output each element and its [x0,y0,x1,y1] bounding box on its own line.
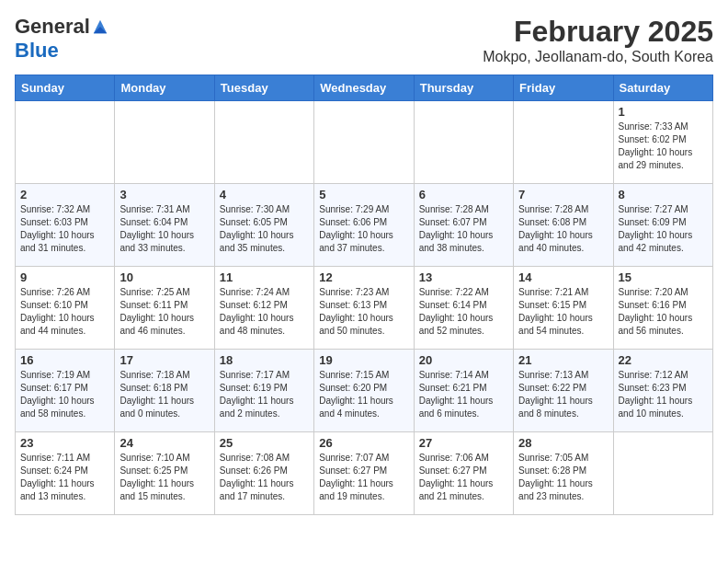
calendar-cell: 13Sunrise: 7:22 AM Sunset: 6:14 PM Dayli… [414,267,513,350]
day-info: Sunrise: 7:05 AM Sunset: 6:28 PM Dayligh… [518,452,608,503]
day-number: 17 [119,353,209,367]
calendar-cell: 2Sunrise: 7:32 AM Sunset: 6:03 PM Daylig… [16,184,115,267]
weekday-header-thursday: Thursday [414,75,513,101]
weekday-header-monday: Monday [115,75,214,101]
week-row-1: 1Sunrise: 7:33 AM Sunset: 6:02 PM Daylig… [16,101,713,184]
calendar-cell: 14Sunrise: 7:21 AM Sunset: 6:15 PM Dayli… [514,267,613,350]
day-number: 19 [319,353,408,367]
day-info: Sunrise: 7:14 AM Sunset: 6:21 PM Dayligh… [419,369,508,420]
day-info: Sunrise: 7:25 AM Sunset: 6:11 PM Dayligh… [119,286,209,338]
calendar-title: February 2025 [483,15,713,49]
day-number: 22 [619,353,708,367]
calendar-cell: 20Sunrise: 7:14 AM Sunset: 6:21 PM Dayli… [414,350,513,432]
calendar-cell: 18Sunrise: 7:17 AM Sunset: 6:19 PM Dayli… [214,350,313,432]
title-block: February 2025 Mokpo, Jeollanam-do, South… [483,15,713,65]
calendar-cell: 26Sunrise: 7:07 AM Sunset: 6:27 PM Dayli… [314,432,414,515]
calendar-cell: 1Sunrise: 7:33 AM Sunset: 6:02 PM Daylig… [613,101,712,184]
calendar-cell: 8Sunrise: 7:27 AM Sunset: 6:09 PM Daylig… [613,184,712,267]
day-info: Sunrise: 7:06 AM Sunset: 6:27 PM Dayligh… [419,452,508,503]
weekday-header-wednesday: Wednesday [314,75,414,101]
calendar-cell: 6Sunrise: 7:28 AM Sunset: 6:07 PM Daylig… [414,184,513,267]
day-number: 16 [20,353,109,367]
calendar-cell [613,432,712,515]
day-number: 10 [119,270,209,284]
calendar-cell: 12Sunrise: 7:23 AM Sunset: 6:13 PM Dayli… [314,267,414,350]
page-header: General Blue February 2025 Mokpo, Jeolla… [15,15,713,65]
day-number: 23 [20,436,109,450]
day-info: Sunrise: 7:20 AM Sunset: 6:16 PM Dayligh… [619,286,708,338]
calendar-cell: 23Sunrise: 7:11 AM Sunset: 6:24 PM Dayli… [16,432,115,515]
day-number: 7 [518,188,608,201]
logo-blue-text: Blue [15,39,59,62]
weekday-header-saturday: Saturday [613,75,712,101]
calendar-cell: 22Sunrise: 7:12 AM Sunset: 6:23 PM Dayli… [613,350,712,432]
day-info: Sunrise: 7:29 AM Sunset: 6:06 PM Dayligh… [319,203,408,255]
weekday-header-row: SundayMondayTuesdayWednesdayThursdayFrid… [16,75,713,101]
day-number: 3 [119,188,209,201]
calendar-cell: 3Sunrise: 7:31 AM Sunset: 6:04 PM Daylig… [115,184,214,267]
day-info: Sunrise: 7:32 AM Sunset: 6:03 PM Dayligh… [20,203,109,255]
day-number: 27 [419,436,508,450]
day-number: 15 [619,270,708,284]
week-row-2: 2Sunrise: 7:32 AM Sunset: 6:03 PM Daylig… [16,184,713,267]
day-info: Sunrise: 7:23 AM Sunset: 6:13 PM Dayligh… [319,286,408,338]
day-number: 25 [220,436,309,450]
day-info: Sunrise: 7:31 AM Sunset: 6:04 PM Dayligh… [119,203,209,255]
calendar-cell [514,101,613,184]
calendar-cell: 11Sunrise: 7:24 AM Sunset: 6:12 PM Dayli… [214,267,313,350]
day-info: Sunrise: 7:08 AM Sunset: 6:26 PM Dayligh… [220,452,309,503]
day-info: Sunrise: 7:33 AM Sunset: 6:02 PM Dayligh… [619,121,708,172]
day-info: Sunrise: 7:19 AM Sunset: 6:17 PM Dayligh… [20,369,109,420]
week-row-4: 16Sunrise: 7:19 AM Sunset: 6:17 PM Dayli… [16,350,713,432]
day-number: 1 [619,105,708,119]
logo: General Blue [15,15,108,63]
day-number: 18 [220,353,309,367]
day-info: Sunrise: 7:28 AM Sunset: 6:08 PM Dayligh… [518,203,608,255]
calendar-cell [16,101,115,184]
day-info: Sunrise: 7:22 AM Sunset: 6:14 PM Dayligh… [419,286,508,338]
day-number: 4 [220,188,309,201]
week-row-3: 9Sunrise: 7:26 AM Sunset: 6:10 PM Daylig… [16,267,713,350]
day-info: Sunrise: 7:17 AM Sunset: 6:19 PM Dayligh… [220,369,309,420]
day-info: Sunrise: 7:11 AM Sunset: 6:24 PM Dayligh… [20,452,109,503]
day-number: 6 [419,188,508,201]
calendar-subtitle: Mokpo, Jeollanam-do, South Korea [483,49,713,65]
day-info: Sunrise: 7:30 AM Sunset: 6:05 PM Dayligh… [220,203,309,255]
day-number: 12 [319,270,408,284]
day-info: Sunrise: 7:26 AM Sunset: 6:10 PM Dayligh… [20,286,109,338]
day-info: Sunrise: 7:24 AM Sunset: 6:12 PM Dayligh… [220,286,309,338]
day-number: 5 [319,188,408,201]
calendar-cell: 28Sunrise: 7:05 AM Sunset: 6:28 PM Dayli… [514,432,613,515]
calendar-cell [115,101,214,184]
day-info: Sunrise: 7:12 AM Sunset: 6:23 PM Dayligh… [619,369,708,420]
day-number: 11 [220,270,309,284]
day-number: 20 [419,353,508,367]
logo-icon [92,18,108,35]
calendar-cell: 19Sunrise: 7:15 AM Sunset: 6:20 PM Dayli… [314,350,414,432]
calendar-cell: 25Sunrise: 7:08 AM Sunset: 6:26 PM Dayli… [214,432,313,515]
calendar-cell: 15Sunrise: 7:20 AM Sunset: 6:16 PM Dayli… [613,267,712,350]
day-number: 2 [20,188,109,201]
day-number: 26 [319,436,408,450]
calendar-cell [314,101,414,184]
calendar-cell [214,101,313,184]
day-info: Sunrise: 7:28 AM Sunset: 6:07 PM Dayligh… [419,203,508,255]
calendar-table: SundayMondayTuesdayWednesdayThursdayFrid… [15,75,713,515]
weekday-header-friday: Friday [514,75,613,101]
week-row-5: 23Sunrise: 7:11 AM Sunset: 6:24 PM Dayli… [16,432,713,515]
calendar-cell: 24Sunrise: 7:10 AM Sunset: 6:25 PM Dayli… [115,432,214,515]
day-info: Sunrise: 7:10 AM Sunset: 6:25 PM Dayligh… [119,452,209,503]
day-number: 14 [518,270,608,284]
day-info: Sunrise: 7:18 AM Sunset: 6:18 PM Dayligh… [119,369,209,420]
day-number: 28 [518,436,608,450]
day-info: Sunrise: 7:07 AM Sunset: 6:27 PM Dayligh… [319,452,408,503]
day-number: 24 [119,436,209,450]
day-info: Sunrise: 7:13 AM Sunset: 6:22 PM Dayligh… [518,369,608,420]
weekday-header-sunday: Sunday [16,75,115,101]
logo-general-text: General [15,15,90,39]
day-info: Sunrise: 7:15 AM Sunset: 6:20 PM Dayligh… [319,369,408,420]
calendar-cell: 21Sunrise: 7:13 AM Sunset: 6:22 PM Dayli… [514,350,613,432]
day-info: Sunrise: 7:27 AM Sunset: 6:09 PM Dayligh… [619,203,708,255]
weekday-header-tuesday: Tuesday [214,75,313,101]
calendar-cell: 10Sunrise: 7:25 AM Sunset: 6:11 PM Dayli… [115,267,214,350]
